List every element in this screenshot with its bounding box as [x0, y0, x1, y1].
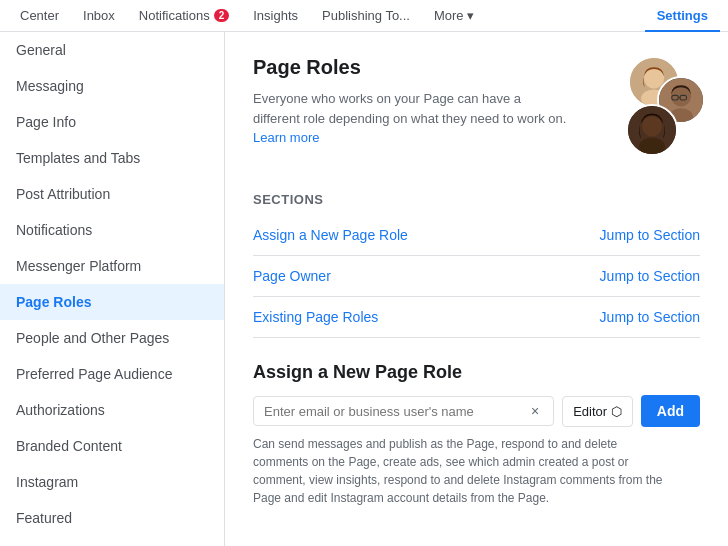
section-row-owner: Page Owner Jump to Section — [253, 256, 700, 297]
sidebar-item-crossposting[interactable]: Crossposting — [0, 536, 224, 546]
sidebar-item-messenger-platform[interactable]: Messenger Platform — [0, 248, 224, 284]
sidebar-item-page-roles[interactable]: Page Roles — [0, 284, 224, 320]
section-link-owner[interactable]: Page Owner — [253, 268, 331, 284]
avatar-cluster — [570, 56, 700, 176]
page-roles-text: Page Roles Everyone who works on your Pa… — [253, 56, 570, 148]
clear-icon[interactable]: × — [527, 403, 543, 419]
main-layout: General Messaging Page Info Templates an… — [0, 32, 728, 546]
sidebar-item-templates-tabs[interactable]: Templates and Tabs — [0, 140, 224, 176]
nav-center[interactable]: Center — [8, 0, 71, 32]
section-row-existing: Existing Page Roles Jump to Section — [253, 297, 700, 338]
section-row-assign: Assign a New Page Role Jump to Section — [253, 215, 700, 256]
section-link-assign[interactable]: Assign a New Page Role — [253, 227, 408, 243]
page-roles-header: Page Roles Everyone who works on your Pa… — [253, 56, 700, 176]
assign-description: Can send messages and publish as the Pag… — [253, 435, 673, 507]
assign-email-input[interactable] — [264, 404, 527, 419]
svg-point-11 — [642, 116, 662, 136]
sidebar-item-authorizations[interactable]: Authorizations — [0, 392, 224, 428]
content-area: Page Roles Everyone who works on your Pa… — [225, 32, 728, 546]
editor-select[interactable]: Editor ⬡ — [562, 396, 633, 427]
sidebar-item-general[interactable]: General — [0, 32, 224, 68]
nav-publishing[interactable]: Publishing To... — [310, 0, 422, 32]
sidebar-item-people-pages[interactable]: People and Other Pages — [0, 320, 224, 356]
sidebar-item-featured[interactable]: Featured — [0, 500, 224, 536]
assign-title: Assign a New Page Role — [253, 362, 700, 383]
sidebar: General Messaging Page Info Templates an… — [0, 32, 225, 546]
svg-point-10 — [639, 137, 665, 155]
sidebar-item-messaging[interactable]: Messaging — [0, 68, 224, 104]
page-roles-title: Page Roles — [253, 56, 570, 79]
nav-notifications[interactable]: Notifications 2 — [127, 0, 241, 32]
sidebar-item-page-info[interactable]: Page Info — [0, 104, 224, 140]
learn-more-link[interactable]: Learn more — [253, 130, 319, 145]
nav-settings[interactable]: Settings — [645, 0, 720, 32]
sidebar-item-preferred-audience[interactable]: Preferred Page Audience — [0, 356, 224, 392]
sidebar-item-branded-content[interactable]: Branded Content — [0, 428, 224, 464]
page-roles-description: Everyone who works on your Page can have… — [253, 89, 570, 148]
add-role-button[interactable]: Add — [641, 395, 700, 427]
nav-more[interactable]: More ▾ — [422, 0, 486, 32]
nav-inbox[interactable]: Inbox — [71, 0, 127, 32]
section-jump-owner[interactable]: Jump to Section — [600, 268, 700, 284]
notification-badge: 2 — [214, 9, 230, 22]
avatar-3 — [626, 104, 678, 156]
section-jump-existing[interactable]: Jump to Section — [600, 309, 700, 325]
nav-insights[interactable]: Insights — [241, 0, 310, 32]
top-nav: Center Inbox Notifications 2 Insights Pu… — [0, 0, 728, 32]
sidebar-item-post-attribution[interactable]: Post Attribution — [0, 176, 224, 212]
sidebar-item-instagram[interactable]: Instagram — [0, 464, 224, 500]
assign-input-wrap: × — [253, 396, 554, 426]
section-link-existing[interactable]: Existing Page Roles — [253, 309, 378, 325]
section-jump-assign[interactable]: Jump to Section — [600, 227, 700, 243]
assign-input-row: × Editor ⬡ Add — [253, 395, 700, 427]
sections-title: Sections — [253, 192, 700, 207]
sidebar-item-notifications[interactable]: Notifications — [0, 212, 224, 248]
